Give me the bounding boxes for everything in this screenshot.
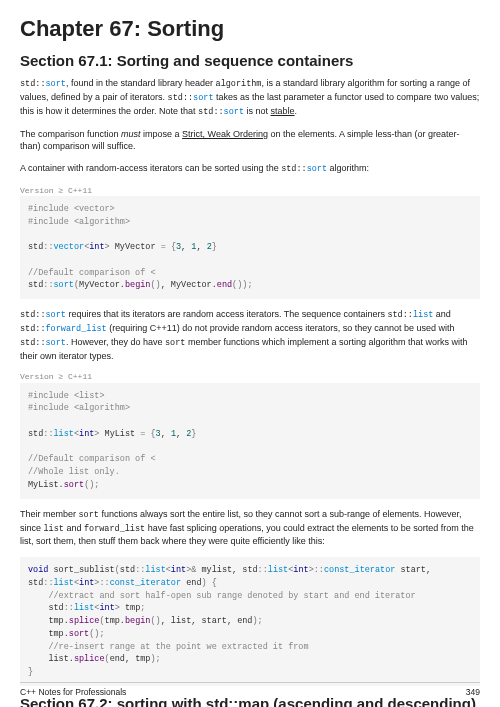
- section-1-para-2: The comparison function must impose a St…: [20, 128, 480, 153]
- footer-left: C++ Notes for Professionals: [20, 687, 126, 697]
- code-block-2: #include <list> #include <algorithm> std…: [20, 383, 480, 499]
- page-number: 349: [466, 687, 480, 697]
- section-1-para-5: Their member sort functions always sort …: [20, 508, 480, 548]
- code-block-3: void sort_sublist(std::list<int>& mylist…: [20, 557, 480, 686]
- version-label-2: Version ≥ C++11: [20, 371, 480, 382]
- section-1-title: Section 67.1: Sorting and sequence conta…: [20, 52, 480, 69]
- code-block-1: #include <vector> #include <algorithm> s…: [20, 196, 480, 299]
- page-footer: C++ Notes for Professionals 349: [20, 682, 480, 697]
- chapter-title: Chapter 67: Sorting: [20, 16, 480, 42]
- section-1-para-3: A container with random-access iterators…: [20, 162, 480, 176]
- version-label-1: Version ≥ C++11: [20, 185, 480, 196]
- section-1-para-4: std::sort requires that its iterators ar…: [20, 308, 480, 362]
- section-1-para-1: std::sort, found in the standard library…: [20, 77, 480, 119]
